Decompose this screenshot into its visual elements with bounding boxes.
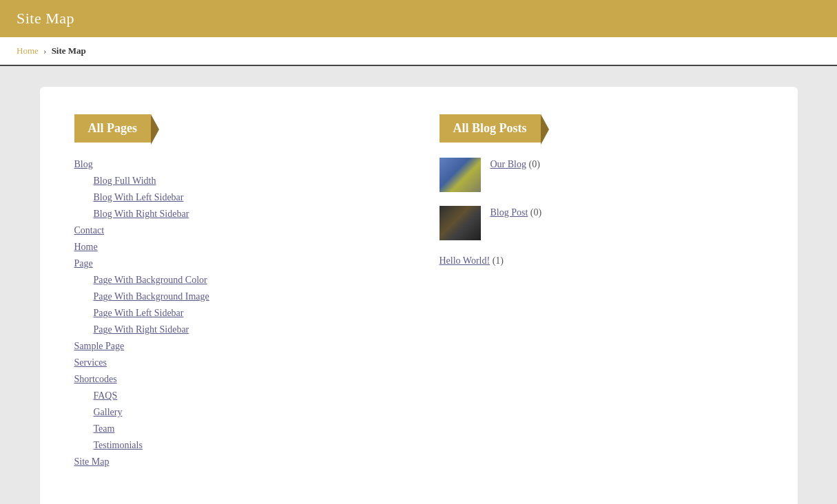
page-link[interactable]: Contact bbox=[74, 225, 105, 235]
blog-thumbnail bbox=[440, 206, 481, 240]
blog-thumbnail bbox=[440, 158, 481, 192]
blog-posts-list: Our Blog (0)Blog Post (0) bbox=[440, 158, 763, 240]
page-link[interactable]: Blog bbox=[74, 159, 93, 169]
page-link[interactable]: Gallery bbox=[94, 407, 123, 417]
pages-list: BlogBlog Full WidthBlog With Left Sideba… bbox=[74, 158, 398, 468]
breadcrumb-separator: › bbox=[43, 45, 46, 56]
page-link[interactable]: Team bbox=[94, 423, 115, 434]
list-item: Services bbox=[74, 356, 398, 368]
blog-post-count: (0) bbox=[528, 207, 541, 218]
hello-world-link[interactable]: Hello World! bbox=[440, 255, 490, 266]
blog-post-title-link[interactable]: Blog Post bbox=[490, 207, 528, 218]
breadcrumb-home-link[interactable]: Home bbox=[17, 45, 39, 56]
list-item: Team bbox=[74, 422, 398, 434]
page-body: All Pages BlogBlog Full WidthBlog With L… bbox=[0, 66, 837, 504]
list-item: Page With Background Color bbox=[74, 273, 398, 286]
page-link[interactable]: Page bbox=[74, 258, 93, 269]
blog-post-entry: Our Blog (0) bbox=[440, 158, 763, 192]
list-item: Page With Background Image bbox=[74, 290, 398, 302]
page-link[interactable]: Page With Right Sidebar bbox=[94, 324, 189, 335]
list-item: Page With Right Sidebar bbox=[74, 323, 398, 335]
page-link[interactable]: Blog With Left Sidebar bbox=[94, 192, 184, 202]
list-item: Page bbox=[74, 257, 398, 269]
all-blog-posts-section: All Blog Posts Our Blog (0)Blog Post (0)… bbox=[440, 114, 763, 472]
page-link[interactable]: Shortcodes bbox=[74, 374, 117, 384]
page-link[interactable]: Page With Background Color bbox=[94, 275, 207, 285]
list-item: Contact bbox=[74, 224, 398, 236]
page-title: Site Map bbox=[17, 10, 820, 28]
list-item: Blog bbox=[74, 158, 398, 170]
page-link[interactable]: Blog With Right Sidebar bbox=[94, 209, 189, 219]
blog-post-count: (0) bbox=[526, 159, 540, 169]
list-item: FAQS bbox=[74, 389, 398, 401]
page-link[interactable]: Testimonials bbox=[94, 440, 143, 450]
page-link[interactable]: Blog Full Width bbox=[94, 176, 156, 186]
page-link[interactable]: Site Map bbox=[74, 456, 110, 467]
hello-world-count: (1) bbox=[490, 255, 504, 266]
blog-post-link: Blog Post (0) bbox=[490, 206, 542, 218]
all-blog-posts-heading: All Blog Posts bbox=[440, 114, 541, 143]
page-link[interactable]: Home bbox=[74, 242, 98, 252]
page-link[interactable]: Page With Background Image bbox=[94, 291, 209, 302]
columns-layout: All Pages BlogBlog Full WidthBlog With L… bbox=[74, 114, 763, 472]
blog-post-link: Our Blog (0) bbox=[490, 158, 540, 170]
list-item: Sample Page bbox=[74, 339, 398, 352]
page-header: Site Map bbox=[0, 0, 837, 37]
breadcrumb: Home › Site Map bbox=[0, 37, 837, 66]
content-card: All Pages BlogBlog Full WidthBlog With L… bbox=[40, 87, 798, 504]
list-item: Shortcodes bbox=[74, 372, 398, 385]
all-pages-heading: All Pages bbox=[74, 114, 152, 143]
blog-post-entry: Blog Post (0) bbox=[440, 206, 763, 240]
page-link[interactable]: Sample Page bbox=[74, 341, 125, 351]
list-item: Blog With Right Sidebar bbox=[74, 207, 398, 220]
list-item: Gallery bbox=[74, 406, 398, 418]
hello-world-entry: Hello World! (1) bbox=[440, 254, 763, 266]
list-item: Site Map bbox=[74, 455, 398, 468]
list-item: Blog Full Width bbox=[74, 174, 398, 187]
list-item: Home bbox=[74, 240, 398, 253]
list-item: Testimonials bbox=[74, 439, 398, 451]
page-link[interactable]: Services bbox=[74, 357, 107, 368]
page-link[interactable]: FAQS bbox=[94, 390, 118, 401]
list-item: Blog With Left Sidebar bbox=[74, 191, 398, 203]
list-item: Page With Left Sidebar bbox=[74, 306, 398, 319]
breadcrumb-current: Site Map bbox=[52, 45, 86, 56]
page-link[interactable]: Page With Left Sidebar bbox=[94, 308, 184, 318]
all-pages-section: All Pages BlogBlog Full WidthBlog With L… bbox=[74, 114, 398, 472]
blog-post-title-link[interactable]: Our Blog bbox=[490, 159, 527, 169]
